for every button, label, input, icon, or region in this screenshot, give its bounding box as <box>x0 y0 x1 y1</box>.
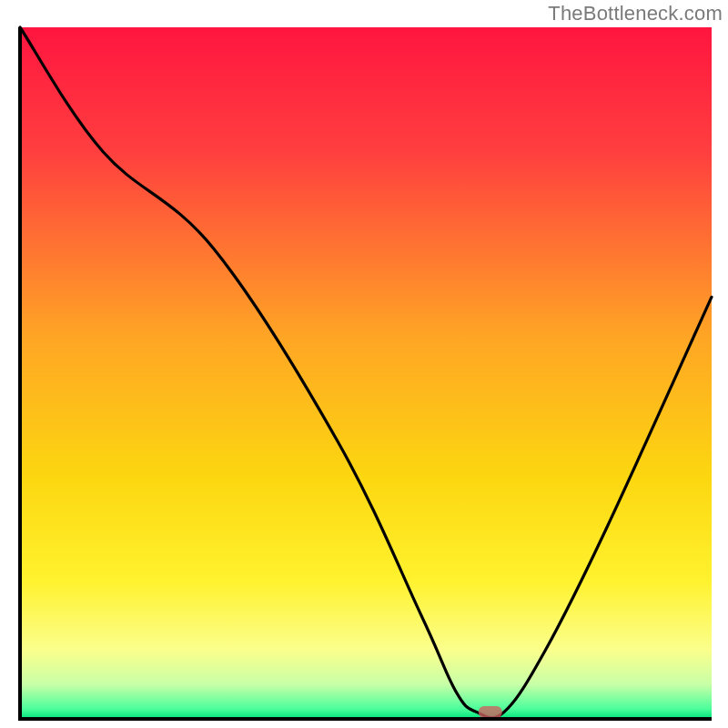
optimum-marker <box>479 706 502 718</box>
plot-background <box>20 27 712 719</box>
watermark-text: TheBottleneck.com <box>548 2 723 25</box>
bottleneck-chart <box>0 0 728 728</box>
chart-container: TheBottleneck.com <box>0 0 728 728</box>
